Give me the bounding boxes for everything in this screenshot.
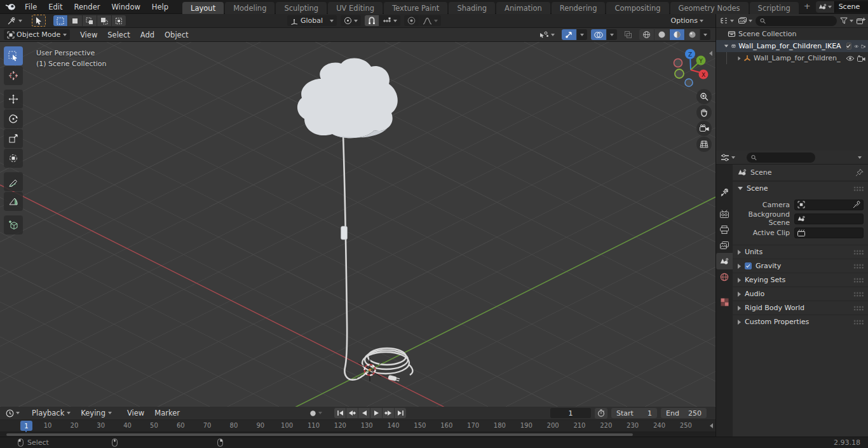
workspace-tab-rendering[interactable]: Rendering (552, 2, 606, 14)
workspace-tab-geometry-nodes[interactable]: Geometry Nodes (670, 2, 749, 14)
scene-panel-header[interactable]: Scene (733, 181, 868, 195)
workspace-tab-scripting[interactable]: Scripting (750, 2, 799, 14)
options-dropdown[interactable]: Options (668, 15, 707, 26)
workspace-tab-modeling[interactable]: Modeling (225, 2, 275, 14)
scene-name-field[interactable]: Scene (834, 1, 868, 13)
pivot-point-dropdown[interactable] (341, 15, 361, 26)
shading-solid-button[interactable] (654, 29, 669, 40)
outliner-filter-dropdown[interactable] (839, 15, 855, 26)
workspace-tab-uv-editing[interactable]: UV Editing (328, 2, 383, 14)
navigation-gizmo[interactable]: Z Y X (666, 47, 714, 93)
jump-to-end-button[interactable] (395, 408, 406, 418)
new-collection-button[interactable] (857, 17, 865, 25)
tab-texture[interactable] (716, 294, 733, 310)
collection-exclude-checkbox[interactable] (846, 43, 851, 50)
tab-view-layer[interactable] (716, 237, 733, 254)
outliner-search-input[interactable] (768, 17, 832, 24)
outliner-editor-selector[interactable] (719, 15, 735, 26)
panel-drag-grip[interactable] (853, 263, 864, 269)
tool-select-box-button[interactable] (4, 46, 23, 65)
add-workspace-button[interactable]: + (799, 0, 816, 13)
snap-settings-dropdown[interactable] (379, 15, 400, 26)
disclosure-open-icon[interactable] (724, 45, 728, 48)
timeline-menu-marker[interactable]: Marker (149, 407, 185, 419)
proportional-falloff-dropdown[interactable] (419, 15, 441, 26)
timeline-menu-keying[interactable]: Keying (76, 407, 117, 419)
workspace-tab-compositing[interactable]: Compositing (606, 2, 668, 14)
timeline-ruler[interactable]: 1 10203040506070809010011012013014015016… (0, 420, 715, 432)
properties-filter-dropdown[interactable] (858, 156, 862, 159)
outliner-row-object[interactable]: Wall_Lamp_for_Children_ (716, 52, 868, 64)
tool-cursor-button[interactable] (4, 66, 23, 85)
tool-move-button[interactable] (4, 90, 23, 109)
properties-search[interactable] (747, 153, 815, 163)
jump-next-keyframe-button[interactable] (383, 408, 394, 418)
panel-drag-grip[interactable] (853, 186, 864, 191)
workspace-tab-sculpting[interactable]: Sculpting (276, 2, 327, 14)
timeline-editor-selector[interactable] (4, 408, 22, 419)
properties-editor-selector[interactable] (719, 152, 736, 163)
tab-world[interactable] (716, 269, 733, 285)
menu-render[interactable]: Render (69, 1, 105, 13)
menu-window[interactable]: Window (106, 1, 145, 13)
disable-render-camera-icon[interactable] (861, 43, 865, 50)
perspective-toggle-button[interactable] (696, 137, 712, 152)
tab-output[interactable] (716, 221, 733, 238)
shading-wireframe-button[interactable] (639, 29, 654, 40)
end-frame-field[interactable]: End250 (661, 408, 707, 418)
active-tool-indicator[interactable] (32, 15, 46, 27)
panel-drag-grip[interactable] (853, 319, 864, 325)
blender-logo-icon[interactable] (5, 3, 16, 11)
menu-file[interactable]: File (20, 1, 42, 13)
menu-help[interactable]: Help (147, 1, 173, 13)
hide-viewport-eye-icon[interactable] (854, 43, 858, 50)
cloud-lamp[interactable] (297, 58, 398, 138)
tool-annotate-button[interactable] (4, 172, 23, 191)
play-reverse-button[interactable] (358, 408, 370, 418)
properties-panel-audio[interactable]: Audio (733, 287, 868, 301)
start-frame-field[interactable]: Start1 (611, 408, 657, 418)
panel-drag-grip[interactable] (853, 305, 864, 311)
mode-dropdown[interactable]: Object Mode (4, 29, 70, 40)
zoom-view-button[interactable] (696, 89, 712, 104)
eyedropper-icon[interactable] (853, 201, 860, 208)
select-mode-subtract-button[interactable] (83, 15, 97, 26)
select-mode-new-button[interactable] (53, 15, 67, 26)
tool-rotate-button[interactable] (4, 109, 23, 128)
background-scene-field[interactable] (794, 214, 864, 224)
panel-drag-grip[interactable] (853, 291, 864, 297)
object-visibility-dropdown[interactable] (536, 29, 558, 40)
snap-toggle[interactable] (365, 15, 379, 26)
tool-settings-selector[interactable] (4, 15, 25, 26)
pan-view-button[interactable] (696, 105, 712, 120)
timeline-menu-playback[interactable]: Playback (27, 407, 76, 419)
tab-render[interactable] (716, 205, 733, 222)
gizmo-settings-dropdown[interactable] (577, 29, 587, 40)
timeline-scrollbar[interactable] (6, 433, 633, 436)
tool-add-cube-button[interactable] (4, 215, 23, 234)
tool-transform-button[interactable] (4, 149, 23, 168)
shading-material-button[interactable] (670, 29, 684, 40)
active-clip-field[interactable] (794, 227, 864, 238)
shading-settings-dropdown[interactable] (700, 29, 710, 40)
proportional-editing-toggle[interactable] (404, 15, 419, 26)
select-mode-intersect-button[interactable] (112, 15, 126, 26)
hide-viewport-eye-icon[interactable] (846, 55, 855, 62)
shading-rendered-button[interactable] (685, 29, 700, 40)
gravity-checkbox[interactable] (745, 262, 752, 269)
properties-panel-gravity[interactable]: Gravity (733, 259, 868, 273)
overlays-settings-dropdown[interactable] (607, 29, 617, 40)
tool-measure-button[interactable] (4, 192, 23, 211)
tool-scale-button[interactable] (4, 129, 23, 148)
workspace-tab-shading[interactable]: Shading (449, 2, 495, 14)
workspace-tab-texture-paint[interactable]: Texture Paint (384, 2, 447, 14)
gizmo-axis-y-neg[interactable] (675, 69, 684, 78)
disclosure-closed-icon[interactable] (738, 56, 741, 60)
viewport-menu-select[interactable]: Select (102, 29, 135, 41)
scene-browse-button[interactable] (816, 1, 834, 13)
jump-prev-keyframe-button[interactable] (346, 408, 358, 418)
playhead[interactable]: 1 (20, 421, 32, 431)
current-frame-field[interactable]: 1 (550, 408, 591, 418)
select-mode-extend-button[interactable] (68, 15, 82, 26)
timeline-menu-view[interactable]: View (122, 407, 149, 419)
